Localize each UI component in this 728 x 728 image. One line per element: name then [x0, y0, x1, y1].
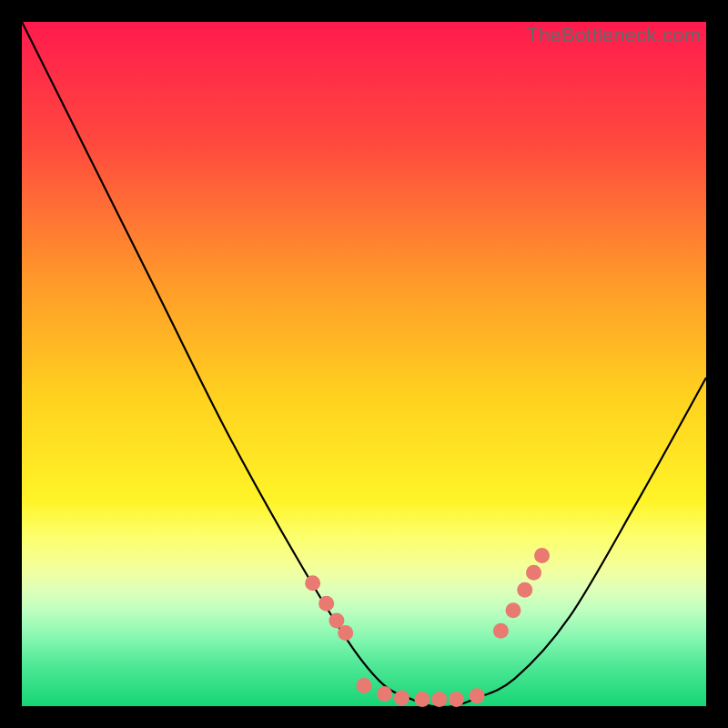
marker-dot: [493, 623, 509, 639]
marker-dot: [534, 548, 550, 563]
marker-dot: [394, 690, 410, 705]
marker-dot: [414, 692, 430, 707]
marker-dot: [449, 692, 464, 707]
marker-dot: [318, 596, 334, 612]
bottleneck-chart: [22, 22, 706, 706]
watermark-text: TheBottleneck.com: [526, 24, 701, 47]
marker-dot: [305, 575, 320, 591]
marker-dot: [470, 688, 485, 703]
gradient-background: [22, 22, 706, 706]
marker-dot: [377, 686, 392, 702]
marker-dot: [526, 565, 541, 581]
plot-area: TheBottleneck.com: [22, 22, 706, 706]
marker-dot: [431, 692, 447, 707]
marker-dot: [338, 625, 353, 641]
marker-dot: [517, 582, 532, 598]
marker-dot: [505, 602, 521, 618]
marker-dot: [357, 678, 372, 693]
